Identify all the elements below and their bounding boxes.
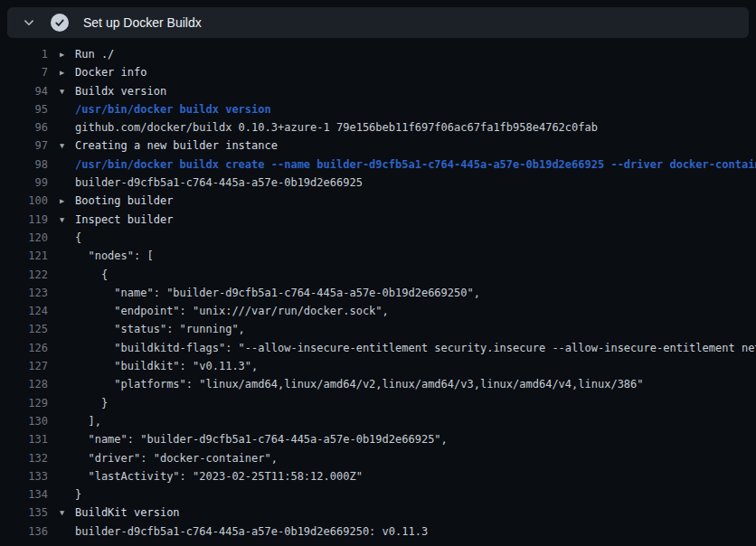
log-line-group[interactable]: 119▼Inspect builder (0, 211, 756, 229)
triangle-down-icon[interactable]: ▼ (48, 82, 75, 100)
line-number[interactable]: 135 (0, 504, 48, 522)
step-title: Set up Docker Buildx (83, 15, 202, 30)
triangle-down-icon[interactable]: ▼ (48, 504, 75, 522)
step-header[interactable]: Set up Docker Buildx (7, 7, 749, 38)
line-number[interactable]: 7 (0, 63, 48, 81)
line-marker-spacer (48, 247, 75, 265)
triangle-down-icon[interactable]: ▼ (48, 211, 75, 229)
line-marker-spacer (48, 155, 75, 174)
log-text: Creating a new builder instance (75, 136, 278, 155)
log-line-group[interactable]: 100▶Booting builder (0, 192, 756, 210)
line-number[interactable]: 96 (0, 118, 48, 136)
log-text: { (75, 266, 108, 284)
log-line-group[interactable]: 97▼Creating a new builder instance (0, 136, 756, 155)
line-marker-spacer (48, 449, 75, 467)
log-text: } (75, 485, 81, 504)
line-number[interactable]: 97 (0, 136, 48, 155)
log-text: "name": "builder-d9cfb5a1-c764-445a-a57e… (75, 430, 448, 448)
line-number[interactable]: 133 (0, 467, 48, 485)
line-number[interactable]: 100 (0, 192, 48, 210)
line-marker-spacer (48, 100, 75, 118)
line-number[interactable]: 129 (0, 394, 48, 412)
log-text: "lastActivity": "2023-02-25T11:58:12.000… (75, 467, 363, 485)
line-number[interactable]: 1 (0, 45, 48, 63)
chevron-down-icon[interactable] (22, 15, 36, 30)
triangle-right-icon[interactable]: ▶ (48, 192, 75, 210)
line-number[interactable]: 134 (0, 485, 48, 504)
line-number[interactable]: 123 (0, 284, 48, 302)
log-line: 127 "buildkit": "v0.11.3", (0, 357, 756, 375)
triangle-down-icon[interactable]: ▼ (48, 136, 75, 155)
log-line: 130 ], (0, 412, 756, 430)
log-text: BuildKit version (75, 504, 180, 522)
log-text: Booting builder (75, 192, 173, 210)
line-number[interactable]: 124 (0, 302, 48, 320)
log-line: 124 "endpoint": "unix:///var/run/docker.… (0, 302, 756, 320)
line-marker-spacer (48, 467, 75, 485)
triangle-right-icon[interactable]: ▶ (48, 45, 75, 63)
log-text: Run ./ (75, 45, 114, 63)
line-number[interactable]: 122 (0, 266, 48, 284)
log-line-group[interactable]: 94▼Buildx version (0, 82, 756, 100)
line-marker-spacer (48, 266, 75, 284)
log-line: 134} (0, 485, 756, 504)
line-number[interactable]: 125 (0, 320, 48, 338)
line-marker-spacer (48, 229, 75, 247)
log-command-text: /usr/bin/docker buildx version (75, 100, 271, 118)
log-line-group[interactable]: 7▶Docker info (0, 63, 756, 81)
line-number[interactable]: 128 (0, 375, 48, 393)
log-text: ], (75, 412, 101, 430)
log-text: builder-d9cfb5a1-c764-445a-a57e-0b19d2e6… (75, 522, 428, 541)
line-number[interactable]: 95 (0, 100, 48, 118)
line-marker-spacer (48, 375, 75, 393)
line-marker-spacer (48, 174, 75, 192)
log-line: 98/usr/bin/docker buildx create --name b… (0, 155, 756, 174)
log-viewer: 1▶Run ./7▶Docker info94▼Buildx version95… (0, 45, 756, 546)
log-text: "nodes": [ (75, 247, 154, 265)
line-number[interactable]: 119 (0, 211, 48, 229)
log-text: Buildx version (75, 82, 166, 100)
log-line: 95/usr/bin/docker buildx version (0, 100, 756, 118)
log-text: builder-d9cfb5a1-c764-445a-a57e-0b19d2e6… (75, 174, 363, 192)
log-text: "driver": "docker-container", (75, 449, 278, 467)
log-line-group[interactable]: 1▶Run ./ (0, 45, 756, 63)
triangle-right-icon[interactable]: ▶ (48, 63, 75, 81)
log-text: "endpoint": "unix:///var/run/docker.sock… (75, 302, 389, 320)
log-line: 133 "lastActivity": "2023-02-25T11:58:12… (0, 467, 756, 485)
log-text: "buildkitd-flags": "--allow-insecure-ent… (75, 339, 756, 357)
line-number[interactable]: 94 (0, 82, 48, 100)
line-marker-spacer (48, 284, 75, 302)
log-line: 123 "name": "builder-d9cfb5a1-c764-445a-… (0, 284, 756, 302)
log-text: "status": "running", (75, 320, 245, 338)
line-marker-spacer (48, 357, 75, 375)
line-number[interactable]: 127 (0, 357, 48, 375)
check-circle-icon (51, 14, 69, 32)
log-line: 129 } (0, 394, 756, 412)
log-line: 121 "nodes": [ (0, 247, 756, 265)
log-line: 132 "driver": "docker-container", (0, 449, 756, 467)
line-number[interactable]: 126 (0, 339, 48, 357)
line-marker-spacer (48, 339, 75, 357)
log-line: 122 { (0, 266, 756, 284)
log-command-text: /usr/bin/docker buildx create --name bui… (75, 155, 756, 174)
log-text: { (75, 229, 81, 247)
line-marker-spacer (48, 118, 75, 136)
log-line: 99builder-d9cfb5a1-c764-445a-a57e-0b19d2… (0, 174, 756, 192)
log-line-group[interactable]: 135▼BuildKit version (0, 504, 756, 522)
line-number[interactable]: 130 (0, 412, 48, 430)
line-number[interactable]: 121 (0, 247, 48, 265)
line-number[interactable]: 131 (0, 430, 48, 448)
log-line: 125 "status": "running", (0, 320, 756, 338)
log-line: 120{ (0, 229, 756, 247)
line-number[interactable]: 136 (0, 522, 48, 541)
log-text: "buildkit": "v0.11.3", (75, 357, 258, 375)
line-marker-spacer (48, 485, 75, 504)
line-marker-spacer (48, 412, 75, 430)
line-number[interactable]: 98 (0, 155, 48, 174)
log-line: 126 "buildkitd-flags": "--allow-insecure… (0, 339, 756, 357)
line-number[interactable]: 99 (0, 174, 48, 192)
line-number[interactable]: 120 (0, 229, 48, 247)
log-text: "platforms": "linux/amd64,linux/amd64/v2… (75, 375, 644, 393)
log-line: 136builder-d9cfb5a1-c764-445a-a57e-0b19d… (0, 522, 756, 541)
line-number[interactable]: 132 (0, 449, 48, 467)
